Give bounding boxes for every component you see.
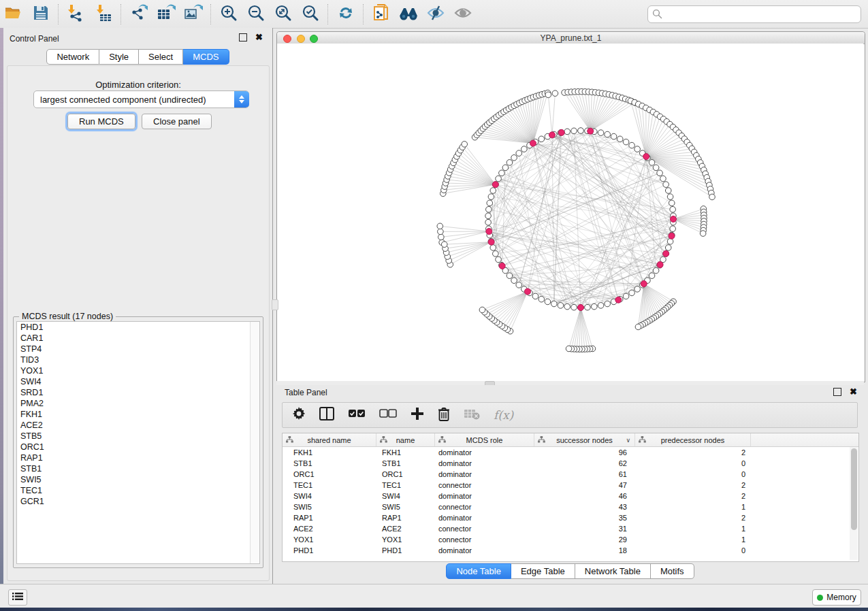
mcds-result-item[interactable]: YOX1 [17,365,259,376]
cell-successors[interactable]: 61 [534,469,635,480]
tab-select[interactable]: Select [139,49,183,65]
cell-shared[interactable]: RAP1 [283,512,376,523]
table-row[interactable]: RAP1RAP1dominator352 [283,512,858,523]
cell-successors[interactable]: 62 [534,458,635,469]
cell-predecessors[interactable]: 1 [635,523,751,534]
cell-successors[interactable]: 43 [534,501,635,512]
cell-name[interactable]: ACE2 [376,523,435,534]
cell-role[interactable]: connector [435,534,534,545]
cell-shared[interactable]: TEC1 [283,480,376,491]
zoom-selected-button[interactable] [297,3,324,26]
cell-role[interactable]: connector [435,480,534,491]
cell-successors[interactable]: 96 [534,447,635,458]
search-input[interactable] [665,9,856,20]
cell-successors[interactable]: 35 [534,512,635,523]
cell-predecessors[interactable]: 0 [635,458,751,469]
network-graph[interactable] [277,44,863,381]
table-scrollbar-thumb[interactable] [851,448,857,530]
column-header-successor-nodes[interactable]: successor nodes∨ [534,433,635,446]
open-file-button[interactable] [0,3,27,26]
cell-role[interactable]: dominator [435,447,534,458]
zoom-in-button[interactable] [215,3,242,26]
mcds-list-scrollbar[interactable] [250,322,259,563]
cell-role[interactable]: connector [435,501,534,512]
mcds-result-item[interactable]: ORC1 [17,442,259,452]
cell-role[interactable]: dominator [435,458,534,469]
tab-mcds[interactable]: MCDS [183,49,229,65]
cell-name[interactable]: SWI5 [376,501,435,512]
network-canvas[interactable] [277,44,863,381]
cell-role[interactable]: dominator [435,512,534,523]
tab-node-table[interactable]: Node Table [446,563,511,579]
export-network-button[interactable] [125,3,152,26]
cell-name[interactable]: SWI4 [376,491,435,501]
criterion-select[interactable]: largest connected component (undirected) [33,90,249,108]
mcds-result-item[interactable]: SWI5 [17,474,259,485]
column-header-predecessor-nodes[interactable]: predecessor nodes [635,433,751,446]
mcds-result-item[interactable]: RAP1 [17,452,259,463]
cell-role[interactable]: connector [435,523,534,534]
cell-successors[interactable]: 18 [534,545,635,556]
cell-name[interactable]: PHD1 [376,545,435,556]
export-image-button[interactable] [180,3,207,26]
task-history-button[interactable] [8,589,27,606]
cell-shared[interactable]: FKH1 [283,447,376,458]
cell-predecessors[interactable]: 2 [635,512,751,523]
vertical-splitter-grip[interactable] [272,299,278,310]
cell-role[interactable]: dominator [435,491,534,501]
table-row[interactable]: YOX1YOX1connector291 [283,534,858,545]
cell-predecessors[interactable]: 0 [635,469,751,480]
mcds-result-item[interactable]: STB1 [17,463,259,474]
table-row[interactable]: STB1STB1dominator620 [283,458,858,469]
close-panel-button[interactable]: Close panel [142,114,212,129]
cell-name[interactable]: YOX1 [376,534,435,545]
cell-predecessors[interactable]: 2 [635,447,751,458]
mcds-result-item[interactable]: GCR1 [17,496,259,507]
close-panel-icon[interactable]: ✖ [255,34,263,41]
cell-shared[interactable]: SWI5 [283,501,376,512]
tab-motifs[interactable]: Motifs [651,563,694,579]
cell-predecessors[interactable]: 2 [635,480,751,491]
cell-role[interactable]: dominator [435,545,534,556]
clone-network-button[interactable] [368,3,395,26]
hide-graphics-details-button[interactable] [422,3,449,26]
cell-name[interactable]: FKH1 [376,447,435,458]
cell-predecessors[interactable]: 1 [635,501,751,512]
table-row[interactable]: PHD1PHD1dominator180 [283,545,858,556]
cell-role[interactable]: dominator [435,469,534,480]
cell-shared[interactable]: ORC1 [283,469,376,480]
import-network-button[interactable] [63,3,90,26]
mcds-result-item[interactable]: TEC1 [17,485,259,496]
mcds-result-item[interactable]: SWI4 [17,376,259,387]
refresh-layout-button[interactable] [332,3,359,26]
cell-shared[interactable]: PHD1 [283,545,376,556]
table-row[interactable]: SWI4SWI4dominator462 [283,491,858,501]
column-header-MCDS-role[interactable]: MCDS role [435,433,534,446]
table-row[interactable]: SWI5SWI5connector431 [283,501,858,512]
mcds-result-item[interactable]: PMA2 [17,398,259,409]
zoom-fit-button[interactable] [270,3,297,26]
save-session-button[interactable] [27,3,54,26]
column-header-name[interactable]: name [376,433,435,446]
zoom-out-button[interactable] [242,3,270,26]
delete-column-button[interactable] [438,407,450,424]
cell-shared[interactable]: YOX1 [283,534,376,545]
cell-successors[interactable]: 29 [534,534,635,545]
cell-successors[interactable]: 46 [534,491,635,501]
cell-name[interactable]: ORC1 [376,469,435,480]
tab-network[interactable]: Network [46,49,99,65]
search-network-button[interactable] [395,3,422,26]
cell-name[interactable]: RAP1 [376,512,435,523]
show-columns-button[interactable] [319,407,334,423]
table-settings-button[interactable] [292,407,306,423]
cell-successors[interactable]: 31 [534,523,635,534]
tab-network-table[interactable]: Network Table [575,563,651,579]
mcds-result-item[interactable]: TID3 [17,354,259,365]
cell-shared[interactable]: ACE2 [283,523,376,534]
cell-predecessors[interactable]: 1 [635,534,751,545]
mcds-result-item[interactable]: SRD1 [17,387,259,398]
network-window-titlebar[interactable]: YPA_prune.txt_1 [277,32,865,44]
column-header-shared-name[interactable]: shared name [283,433,376,446]
float-panel-icon[interactable] [833,388,841,396]
tab-style[interactable]: Style [99,49,139,65]
